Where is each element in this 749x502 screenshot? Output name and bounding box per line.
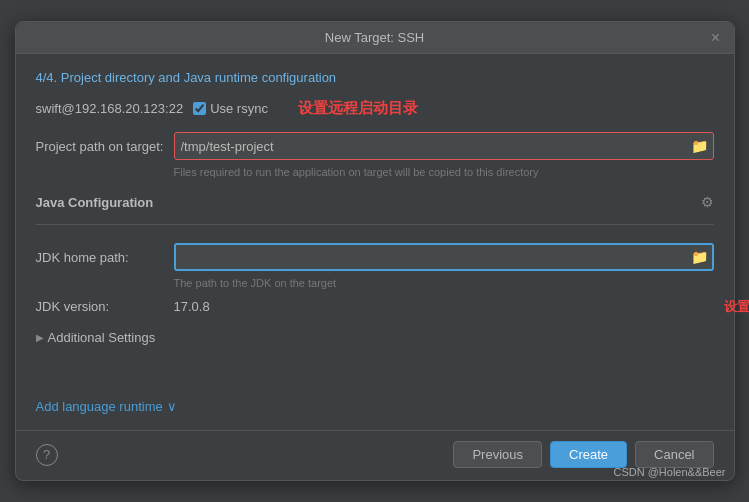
- jdk-home-input[interactable]: [174, 243, 714, 271]
- chevron-down-icon: ∨: [167, 399, 177, 414]
- jdk-home-label: JDK home path:: [36, 250, 166, 265]
- jdk-home-input-wrap: 📁: [174, 243, 714, 271]
- use-rsync-checkbox[interactable]: [193, 102, 206, 115]
- project-path-label: Project path on target:: [36, 139, 166, 154]
- dialog-window: New Target: SSH × 4/4. Project directory…: [15, 21, 735, 481]
- project-path-input[interactable]: [174, 132, 714, 160]
- dialog-title: New Target: SSH: [325, 30, 424, 45]
- additional-settings[interactable]: ▶ Additional Settings: [36, 328, 714, 347]
- project-path-row: Project path on target: 📁: [36, 132, 714, 160]
- jdk-home-folder-button[interactable]: 📁: [689, 247, 710, 267]
- cancel-button[interactable]: Cancel: [635, 441, 713, 468]
- dialog-body: 4/4. Project directory and Java runtime …: [16, 54, 734, 430]
- create-button[interactable]: Create: [550, 441, 627, 468]
- footer-buttons: Previous Create Cancel: [453, 441, 713, 468]
- jdk-version-value: 17.0.8: [174, 299, 210, 314]
- java-config-title: Java Configuration: [36, 195, 154, 210]
- additional-settings-label: Additional Settings: [48, 330, 156, 345]
- jdk-home-row: JDK home path: 📁: [36, 243, 714, 271]
- section-divider: [36, 224, 714, 225]
- connection-row: swift@192.168.20.123:22 Use rsync 设置远程启动…: [36, 99, 714, 118]
- annotation-2: 设置jdk 家目录，远程SSH主机家目录: [724, 298, 750, 316]
- annotation-1: 设置远程启动目录: [298, 99, 418, 118]
- step-label: 4/4. Project directory and Java runtime …: [36, 70, 714, 85]
- gear-icon[interactable]: ⚙: [701, 194, 714, 210]
- dialog-titlebar: New Target: SSH ×: [16, 22, 734, 54]
- connection-host: swift@192.168.20.123:22: [36, 101, 184, 116]
- chevron-right-icon: ▶: [36, 332, 44, 343]
- jdk-version-label: JDK version:: [36, 299, 166, 314]
- java-config-header: Java Configuration ⚙: [36, 194, 714, 210]
- jdk-home-hint: The path to the JDK on the target: [174, 277, 714, 289]
- add-language-runtime[interactable]: Add language runtime ∨: [36, 387, 714, 414]
- jdk-version-row: JDK version: 17.0.8 设置jdk 家目录，远程SSH主机家目录: [36, 299, 714, 314]
- watermark: CSDN @Holen&&Beer: [613, 466, 725, 478]
- project-path-input-wrap: 📁: [174, 132, 714, 160]
- previous-button[interactable]: Previous: [453, 441, 542, 468]
- add-language-runtime-label: Add language runtime: [36, 399, 163, 414]
- project-path-hint: Files required to run the application on…: [174, 166, 714, 178]
- help-button[interactable]: ?: [36, 444, 58, 466]
- close-button[interactable]: ×: [708, 30, 724, 46]
- project-path-folder-button[interactable]: 📁: [689, 136, 710, 156]
- use-rsync-label[interactable]: Use rsync: [193, 101, 268, 116]
